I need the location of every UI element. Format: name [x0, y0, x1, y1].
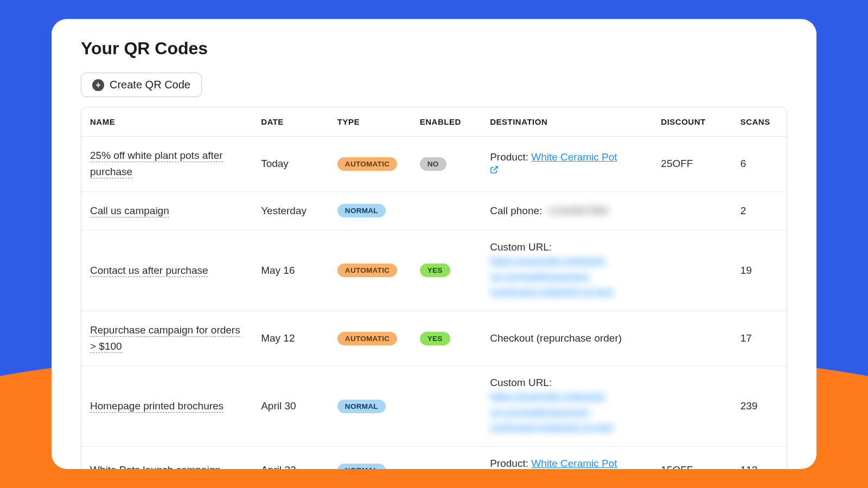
dest-custom-url-label: Custom URL: — [490, 241, 643, 253]
date-cell: May 16 — [252, 230, 329, 311]
dest-url-redacted: https://example-redacted-url.com/path/se… — [490, 253, 643, 284]
dest-url-redacted: https://example-redacted-url.com/path/se… — [490, 389, 643, 420]
scans-cell: 239 — [732, 366, 787, 447]
create-button-label: Create QR Code — [110, 79, 190, 91]
scans-cell: 19 — [732, 230, 787, 311]
table-row: Homepage printed brochuresApril 30NORMAL… — [81, 366, 787, 447]
destination-cell: Custom URL:https://example-redacted-url.… — [481, 230, 652, 311]
col-header-enabled: ENABLED — [411, 107, 481, 137]
scans-cell: 6 — [732, 137, 787, 192]
badge-normal: NORMAL — [337, 400, 386, 413]
table-row: 25% off white plant pots after purchaseT… — [81, 137, 787, 192]
enabled-cell: YES — [411, 311, 481, 366]
qr-name-link[interactable]: Call us campaign — [90, 205, 169, 217]
qr-name-link[interactable]: Homepage printed brochures — [90, 400, 224, 413]
discount-cell — [652, 311, 731, 366]
badge-no: NO — [420, 157, 446, 171]
enabled-cell — [411, 446, 481, 469]
col-header-scans: SCANS — [732, 107, 787, 137]
external-link-icon[interactable] — [490, 165, 499, 177]
discount-cell — [652, 191, 731, 230]
svg-line-0 — [494, 166, 497, 170]
dest-url-redacted: continued-redacted-url-text — [490, 284, 613, 300]
date-cell: April 30 — [252, 366, 329, 447]
col-header-date: DATE — [252, 107, 329, 137]
type-cell: NORMAL — [329, 446, 411, 469]
badge-yes: YES — [420, 264, 450, 277]
qr-name-link[interactable]: 25% off white plant pots after purchase — [90, 150, 223, 178]
dest-phone-redacted: +1234567890 — [545, 205, 609, 217]
col-header-type: TYPE — [329, 107, 411, 137]
scans-cell: 2 — [732, 191, 787, 230]
destination-cell: Product: White Ceramic Pot — [481, 446, 652, 469]
scans-cell: 113 — [732, 446, 787, 469]
date-cell: May 12 — [252, 311, 329, 366]
discount-cell — [652, 230, 731, 311]
dest-custom-url-label: Custom URL: — [490, 377, 643, 389]
date-cell: April 22 — [252, 446, 329, 469]
discount-cell — [652, 366, 731, 447]
date-cell: Today — [252, 137, 329, 192]
date-cell: Yesterday — [252, 191, 329, 230]
qr-name-link[interactable]: Contact us after purchase — [90, 265, 208, 277]
badge-automatic: AUTOMATIC — [337, 264, 397, 277]
create-qr-code-button[interactable]: + Create QR Code — [81, 73, 202, 97]
enabled-cell — [411, 366, 481, 447]
qr-name-link[interactable]: White Pots launch campaign — [90, 464, 221, 469]
dest-product-link[interactable]: White Ceramic Pot — [531, 458, 617, 469]
badge-automatic: AUTOMATIC — [337, 332, 397, 345]
plus-icon: + — [92, 79, 104, 91]
dest-product-prefix: Product: — [490, 458, 531, 469]
scans-cell: 17 — [732, 311, 787, 366]
badge-normal: NORMAL — [337, 464, 386, 469]
dest-phone-prefix: Call phone: — [490, 205, 545, 216]
discount-cell: 15OFF — [652, 446, 731, 469]
badge-automatic: AUTOMATIC — [337, 157, 397, 171]
type-cell: AUTOMATIC — [329, 137, 411, 192]
destination-cell: Custom URL:https://example-redacted-url.… — [481, 366, 652, 447]
dest-product-link[interactable]: White Ceramic Pot — [531, 151, 617, 163]
discount-cell: 25OFF — [652, 137, 731, 192]
type-cell: NORMAL — [329, 366, 411, 447]
col-header-destination: DESTINATION — [481, 107, 652, 137]
type-cell: AUTOMATIC — [329, 230, 411, 311]
destination-cell: Call phone: +1234567890 — [481, 191, 652, 230]
enabled-cell: NO — [411, 137, 481, 192]
dest-product-prefix: Product: — [490, 151, 531, 163]
type-cell: NORMAL — [329, 191, 411, 230]
col-header-discount: DISCOUNT — [652, 107, 731, 137]
qr-name-link[interactable]: Repurchase campaign for orders > $100 — [90, 324, 240, 353]
destination-cell: Checkout (repurchase order) — [481, 311, 652, 366]
main-card: Your QR Codes + Create QR Code NAME DATE… — [52, 19, 816, 469]
table-row: Call us campaignYesterdayNORMALCall phon… — [81, 191, 787, 230]
page-title: Your QR Codes — [81, 38, 787, 59]
col-header-name: NAME — [81, 107, 252, 137]
table-row: Contact us after purchaseMay 16AUTOMATIC… — [81, 230, 787, 311]
badge-normal: NORMAL — [337, 204, 386, 217]
dest-url-redacted: continued-redacted-url-text — [490, 420, 613, 435]
table-header-row: NAME DATE TYPE ENABLED DESTINATION DISCO… — [81, 107, 787, 137]
destination-cell: Product: White Ceramic Pot — [481, 137, 652, 192]
enabled-cell: YES — [411, 230, 481, 311]
type-cell: AUTOMATIC — [329, 311, 411, 366]
enabled-cell — [411, 191, 481, 230]
qr-codes-table: NAME DATE TYPE ENABLED DESTINATION DISCO… — [81, 107, 787, 469]
badge-yes: YES — [420, 332, 450, 345]
table-row: White Pots launch campaignApril 22NORMAL… — [81, 446, 787, 469]
table-row: Repurchase campaign for orders > $100May… — [81, 311, 787, 366]
